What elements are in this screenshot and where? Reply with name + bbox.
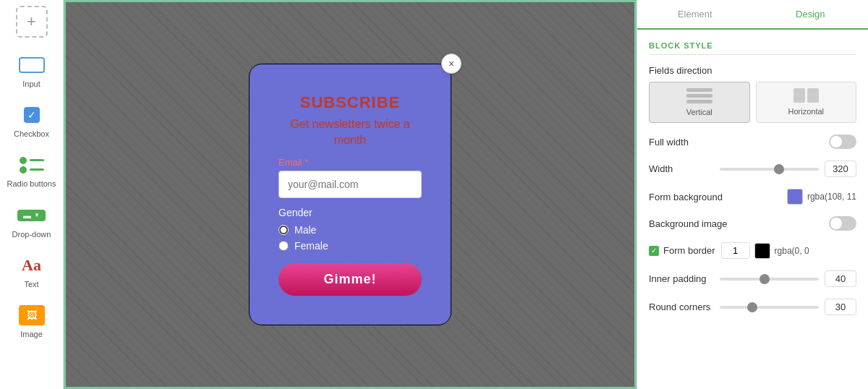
sidebar-item-radio[interactable]: Radio buttons xyxy=(0,146,63,196)
form-widget: SUBSCRIBE Get newsletters twice a month … xyxy=(249,64,451,326)
email-input[interactable] xyxy=(278,171,422,198)
form-border-color-swatch[interactable] xyxy=(754,243,770,259)
tab-element[interactable]: Element xyxy=(637,0,753,30)
gender-female-radio[interactable] xyxy=(278,241,289,251)
round-corners-slider-track[interactable] xyxy=(720,306,819,309)
sidebar-item-text[interactable]: Aa Text xyxy=(0,247,63,296)
sidebar-item-dropdown[interactable]: ▬ ▼ Drop-down xyxy=(0,197,63,247)
form-title: SUBSCRIBE xyxy=(300,93,401,112)
gender-male-radio[interactable] xyxy=(278,225,289,235)
background-image-row: Background image xyxy=(649,216,856,231)
round-corners-label: Round corners xyxy=(649,302,714,312)
email-label: Email * xyxy=(278,157,422,168)
form-border-checkbox[interactable]: ✓ xyxy=(649,246,659,256)
image-icon: 🖼 xyxy=(16,304,48,327)
submit-button[interactable]: Gimme! xyxy=(278,263,422,296)
width-label: Width xyxy=(649,163,714,174)
fields-direction-label: Fields direction xyxy=(649,65,856,76)
form-border-label: Form border xyxy=(663,245,715,256)
gender-male-label: Male xyxy=(294,224,316,236)
sidebar-item-label: Checkbox xyxy=(14,129,49,139)
inner-padding-row: Inner padding xyxy=(649,270,856,287)
background-image-toggle[interactable] xyxy=(829,216,856,231)
background-image-label: Background image xyxy=(649,218,727,229)
width-slider-group xyxy=(720,161,856,177)
inner-padding-label: Inner padding xyxy=(649,273,714,284)
direction-options: Vertical Horizontal xyxy=(649,82,856,123)
form-widget-wrapper: × SUBSCRIBE Get newsletters twice a mont… xyxy=(249,64,451,326)
full-width-toggle[interactable] xyxy=(829,134,856,149)
full-width-label: Full width xyxy=(649,137,714,148)
width-row: Width xyxy=(649,161,856,177)
sidebar-item-image[interactable]: 🖼 Image xyxy=(0,296,63,346)
form-background-value: rgba(108, 11 xyxy=(807,192,856,202)
round-corners-input[interactable] xyxy=(825,299,856,315)
full-width-row: Full width xyxy=(649,134,856,149)
vertical-icon xyxy=(686,88,712,103)
form-border-value-row: rgba(0, 0 xyxy=(721,242,856,259)
inner-padding-slider-group xyxy=(720,270,856,287)
form-background-row: Form background rgba(108, 11 xyxy=(649,189,856,205)
gender-male-option[interactable]: Male xyxy=(278,224,422,236)
form-border-width-input[interactable] xyxy=(721,242,750,259)
toggle-knob xyxy=(830,136,842,148)
form-close-button[interactable]: × xyxy=(441,54,461,74)
form-background-label: Form background xyxy=(649,192,723,202)
sidebar-item-input[interactable]: Input xyxy=(0,46,63,96)
horizontal-icon xyxy=(793,88,819,103)
form-background-color-row: rgba(108, 11 xyxy=(787,189,856,205)
gender-label: Gender xyxy=(278,207,422,218)
section-block-style: BLOCK STYLE xyxy=(649,41,856,55)
form-border-label-group: ✓ Form border xyxy=(649,245,715,256)
sidebar-item-label: Image xyxy=(20,330,43,339)
direction-horizontal[interactable]: Horizontal xyxy=(756,82,857,123)
width-slider-track[interactable] xyxy=(720,168,819,171)
input-icon xyxy=(16,54,48,77)
text-icon: Aa xyxy=(16,254,48,277)
direction-vertical-label: Vertical xyxy=(686,108,712,116)
round-corners-slider-thumb[interactable] xyxy=(747,302,757,312)
gender-field-group: Gender Male Female xyxy=(278,207,422,252)
direction-horizontal-label: Horizontal xyxy=(788,107,824,116)
inner-padding-input[interactable] xyxy=(825,270,856,287)
plus-icon: + xyxy=(27,12,36,31)
sidebar-item-label: Drop-down xyxy=(12,230,51,239)
sidebar-item-label: Radio buttons xyxy=(7,179,56,189)
form-border-color-value: rgba(0, 0 xyxy=(775,246,809,256)
sidebar-item-label: Input xyxy=(22,80,40,89)
form-border-row: ✓ Form border rgba(0, 0 xyxy=(649,242,856,259)
gender-female-option[interactable]: Female xyxy=(278,240,422,252)
canvas-area: ↖ × SUBSCRIBE Get newsletters twice a mo… xyxy=(64,0,637,389)
radio-icon xyxy=(16,153,48,176)
sidebar-item-checkbox[interactable]: ✓ Checkbox xyxy=(0,96,63,146)
sidebar: + Input ✓ Checkbox Radio buttons ▬ ▼ Dro… xyxy=(0,0,64,389)
add-button[interactable]: + xyxy=(16,6,48,38)
checkbox-icon: ✓ xyxy=(16,103,48,127)
round-corners-slider-group xyxy=(720,299,856,315)
round-corners-row: Round corners xyxy=(649,299,856,315)
dropdown-icon: ▬ ▼ xyxy=(16,204,48,227)
panel-tabs: Element Design xyxy=(637,0,868,30)
direction-vertical[interactable]: Vertical xyxy=(649,82,750,123)
panel-content: BLOCK STYLE Fields direction Vertical Ho… xyxy=(637,30,868,389)
sidebar-item-label: Text xyxy=(24,280,38,289)
right-panel: Element Design BLOCK STYLE Fields direct… xyxy=(637,0,868,389)
inner-padding-slider-thumb[interactable] xyxy=(760,274,770,284)
form-subtitle: Get newsletters twice a month xyxy=(278,116,422,149)
email-field-group: Email * xyxy=(278,157,422,198)
form-background-swatch[interactable] xyxy=(787,189,803,205)
width-input[interactable] xyxy=(825,161,856,177)
gender-female-label: Female xyxy=(294,240,328,252)
inner-padding-slider-track[interactable] xyxy=(720,278,819,281)
toggle-knob-bg xyxy=(830,218,842,229)
tab-design[interactable]: Design xyxy=(753,0,869,30)
width-slider-thumb[interactable] xyxy=(774,164,784,174)
